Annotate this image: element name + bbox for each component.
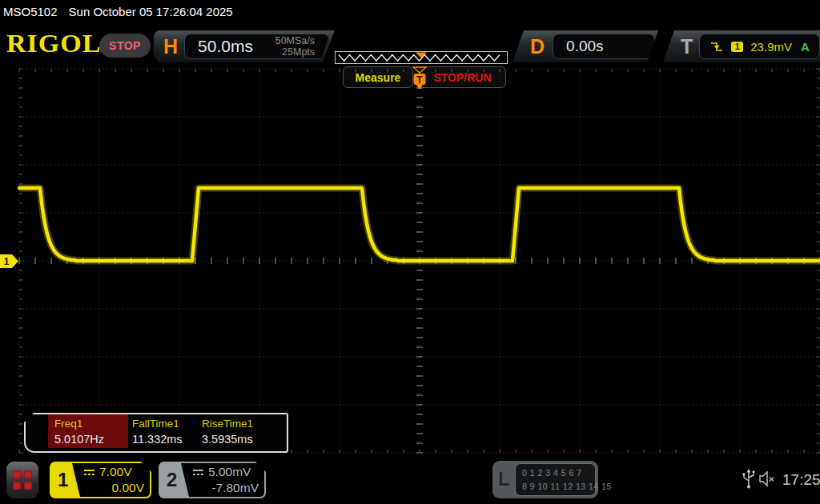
speaker-muted-icon	[759, 471, 780, 487]
channel2-status-box[interactable]: 2 5.00mV -7.80mV	[159, 462, 266, 498]
horizontal-settings-box[interactable]: H 50.0ms 50MSa/s 25Mpts	[154, 30, 335, 62]
channel1-scale: 7.00V	[99, 465, 132, 479]
d-label: D	[530, 37, 545, 57]
delay-field[interactable]: 0.00s	[553, 34, 655, 59]
trigger-level-value: 23.9mV	[750, 40, 792, 54]
meas2-label[interactable]: FallTime1	[132, 418, 179, 430]
trigger-source-badge: 1	[731, 42, 743, 52]
falling-edge-icon	[709, 41, 724, 53]
ch1-level-marker[interactable]: 1	[0, 254, 19, 269]
dc-coupling-icon	[192, 469, 204, 476]
usb-icon	[742, 468, 756, 490]
channel2-scale: 5.00mV	[208, 465, 251, 479]
meas1-value: 5.0107Hz	[54, 433, 104, 446]
channel1-number: 1	[51, 463, 80, 497]
sample-rate-memdepth: 50MSa/s 25Mpts	[275, 35, 315, 58]
channel2-number: 2	[160, 463, 189, 497]
trigger-field[interactable]: 1 23.9mV A	[699, 34, 820, 59]
timebase-value: 50.0ms	[198, 37, 253, 56]
stop-run-button[interactable]: STOP/RUN	[419, 66, 506, 88]
meas1-label[interactable]: Freq1	[54, 418, 82, 430]
h-label: H	[163, 37, 178, 57]
model-name: MSO5102	[3, 5, 58, 18]
svg-text:T: T	[416, 74, 423, 86]
digital-channels-list: 0 1 2 3 4 5 6 7 8 9 10 11 12 13 14 15	[515, 463, 596, 496]
meas3-label[interactable]: RiseTime1	[202, 418, 253, 430]
meas3-value: 3.5935ms	[202, 433, 253, 446]
waveform-overview-strip[interactable]	[335, 51, 508, 64]
logic-analyzer-status-box[interactable]: L 0 1 2 3 4 5 6 7 8 9 10 11 12 13 14 15	[492, 461, 598, 498]
trigger-mode-auto: A	[801, 40, 810, 54]
top-status-bar: MSO5102 Sun October 05 17:26:04 2025	[0, 0, 820, 22]
channel1-offset: 0.00V	[83, 481, 144, 495]
digital-row-0-7: 0 1 2 3 4 5 6 7	[522, 466, 595, 479]
dc-coupling-icon	[83, 469, 95, 476]
meas2-value: 11.332ms	[132, 433, 183, 446]
digital-row-8-15: 8 9 10 11 12 13 14 15	[522, 480, 595, 493]
timebase-field[interactable]: 50.0ms 50MSa/s 25Mpts	[184, 34, 330, 59]
delay-value: 0.00s	[566, 38, 603, 55]
measurement-panel: Freq1 5.0107Hz FallTime1 11.332ms RiseTi…	[24, 413, 288, 453]
delay-settings-box[interactable]: D 0.00s	[512, 30, 658, 62]
channel1-status-box[interactable]: 1 7.00V 0.00V	[50, 462, 151, 498]
header-bar: RIGOL STOP H 50.0ms 50MSa/s 25Mpts Measu…	[0, 22, 820, 69]
main-menu-button[interactable]	[6, 462, 38, 498]
trigger-settings-box[interactable]: T 1 23.9mV A	[663, 30, 820, 62]
menu-grid-icon	[13, 470, 32, 490]
datetime: Sun October 05 17:26:04 2025	[69, 5, 233, 18]
measure-button[interactable]: Measure	[343, 66, 413, 88]
waveform-overview-icon	[335, 51, 508, 64]
logic-analyzer-label: L	[498, 468, 510, 490]
t-label: T	[681, 37, 693, 57]
svg-text:1: 1	[4, 256, 10, 267]
sample-rate: 50MSa/s	[275, 35, 315, 46]
run-state-badge[interactable]: STOP	[99, 34, 151, 58]
channel2-offset: -7.80mV	[192, 481, 259, 495]
memory-depth: 25Mpts	[282, 46, 315, 58]
rigol-logo: RIGOL	[6, 30, 101, 58]
clock: 17:25	[782, 471, 820, 489]
trigger-position-marker[interactable]: T	[411, 66, 428, 92]
